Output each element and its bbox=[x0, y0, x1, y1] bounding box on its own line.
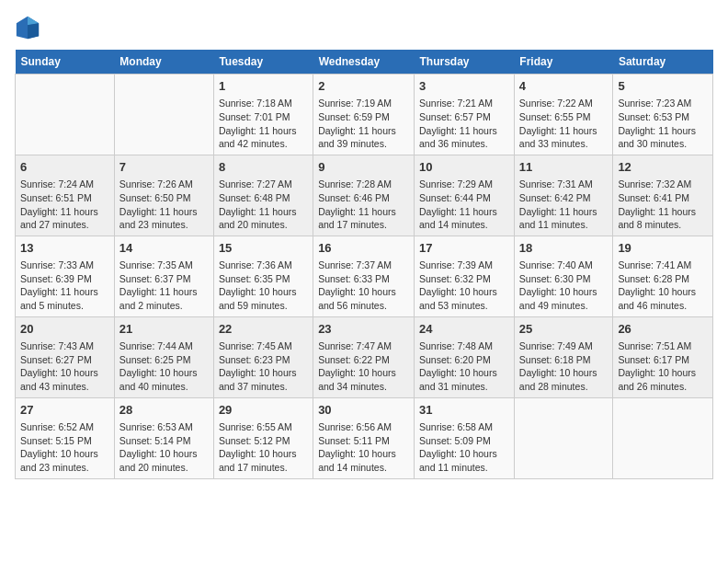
day-info: Sunset: 6:30 PM bbox=[519, 272, 609, 286]
day-info: Sunset: 6:33 PM bbox=[318, 272, 409, 286]
calendar-cell bbox=[514, 397, 613, 478]
day-info: Sunrise: 7:22 AM bbox=[519, 97, 609, 110]
calendar-cell: 12Sunrise: 7:32 AMSunset: 6:41 PMDayligh… bbox=[613, 155, 713, 236]
day-number: 20 bbox=[20, 321, 109, 338]
day-info: Daylight: 11 hours and 33 minutes. bbox=[519, 124, 609, 151]
day-header-monday: Monday bbox=[114, 50, 213, 75]
calendar-cell: 9Sunrise: 7:28 AMSunset: 6:46 PMDaylight… bbox=[313, 155, 415, 236]
day-info: Sunrise: 7:35 AM bbox=[119, 259, 209, 272]
calendar-cell: 2Sunrise: 7:19 AMSunset: 6:59 PMDaylight… bbox=[313, 75, 415, 155]
day-info: Sunrise: 7:51 AM bbox=[618, 339, 708, 353]
day-info: Daylight: 11 hours and 30 minutes. bbox=[618, 124, 708, 151]
day-info: Sunrise: 7:47 AM bbox=[318, 339, 409, 353]
day-info: Sunrise: 7:48 AM bbox=[419, 339, 509, 353]
day-info: Sunrise: 7:18 AM bbox=[219, 97, 308, 110]
day-info: Sunset: 7:01 PM bbox=[219, 110, 308, 124]
day-number: 29 bbox=[219, 402, 308, 419]
day-info: Sunrise: 7:32 AM bbox=[618, 178, 708, 191]
week-row-3: 13Sunrise: 7:33 AMSunset: 6:39 PMDayligh… bbox=[16, 236, 713, 316]
calendar-cell: 6Sunrise: 7:24 AMSunset: 6:51 PMDaylight… bbox=[16, 155, 115, 236]
day-info: Sunrise: 6:52 AM bbox=[20, 420, 109, 434]
calendar-cell: 17Sunrise: 7:39 AMSunset: 6:32 PMDayligh… bbox=[415, 236, 515, 316]
day-info: Daylight: 11 hours and 8 minutes. bbox=[618, 205, 708, 232]
day-number: 27 bbox=[20, 402, 109, 419]
day-info: Sunset: 6:57 PM bbox=[419, 110, 509, 124]
day-info: Sunset: 6:59 PM bbox=[318, 110, 409, 124]
day-info: Sunrise: 6:55 AM bbox=[219, 420, 308, 434]
calendar-cell: 1Sunrise: 7:18 AMSunset: 7:01 PMDaylight… bbox=[213, 75, 313, 155]
day-number: 7 bbox=[119, 159, 209, 176]
day-number: 16 bbox=[318, 240, 409, 257]
day-info: Sunset: 6:27 PM bbox=[20, 353, 109, 367]
day-info: Daylight: 10 hours and 17 minutes. bbox=[219, 447, 308, 474]
calendar-cell: 24Sunrise: 7:48 AMSunset: 6:20 PMDayligh… bbox=[415, 316, 515, 397]
day-info: Sunrise: 7:36 AM bbox=[219, 259, 308, 272]
day-info: Sunrise: 7:49 AM bbox=[519, 339, 609, 353]
day-info: Sunrise: 7:37 AM bbox=[318, 259, 409, 272]
day-info: Daylight: 10 hours and 49 minutes. bbox=[519, 285, 609, 312]
day-info: Sunset: 6:22 PM bbox=[318, 353, 409, 367]
calendar-cell: 15Sunrise: 7:36 AMSunset: 6:35 PMDayligh… bbox=[213, 236, 313, 316]
day-info: Sunset: 6:39 PM bbox=[20, 272, 109, 286]
calendar-cell: 31Sunrise: 6:58 AMSunset: 5:09 PMDayligh… bbox=[415, 397, 515, 478]
day-number: 6 bbox=[20, 159, 109, 176]
day-number: 18 bbox=[519, 240, 609, 257]
day-info: Sunset: 5:12 PM bbox=[219, 434, 308, 448]
week-row-1: 1Sunrise: 7:18 AMSunset: 7:01 PMDaylight… bbox=[16, 75, 713, 155]
day-header-tuesday: Tuesday bbox=[213, 50, 313, 75]
day-info: Daylight: 10 hours and 53 minutes. bbox=[419, 285, 509, 312]
day-info: Sunrise: 7:31 AM bbox=[519, 178, 609, 191]
day-info: Sunset: 6:17 PM bbox=[618, 353, 708, 367]
day-info: Daylight: 10 hours and 20 minutes. bbox=[119, 447, 209, 474]
day-info: Daylight: 11 hours and 42 minutes. bbox=[219, 124, 308, 151]
day-info: Sunrise: 7:40 AM bbox=[519, 259, 609, 272]
calendar-cell: 4Sunrise: 7:22 AMSunset: 6:55 PMDaylight… bbox=[514, 75, 613, 155]
calendar-cell: 20Sunrise: 7:43 AMSunset: 6:27 PMDayligh… bbox=[16, 316, 115, 397]
day-number: 13 bbox=[20, 240, 109, 257]
day-info: Sunset: 6:44 PM bbox=[419, 191, 509, 205]
day-info: Sunrise: 7:21 AM bbox=[419, 97, 509, 110]
day-info: Sunrise: 7:19 AM bbox=[318, 97, 409, 110]
day-info: Sunset: 6:18 PM bbox=[519, 353, 609, 367]
day-info: Daylight: 11 hours and 23 minutes. bbox=[119, 205, 209, 232]
day-number: 26 bbox=[618, 321, 708, 338]
day-info: Sunrise: 7:28 AM bbox=[318, 178, 409, 191]
day-info: Daylight: 10 hours and 14 minutes. bbox=[318, 447, 409, 474]
day-number: 17 bbox=[419, 240, 509, 257]
calendar-cell: 3Sunrise: 7:21 AMSunset: 6:57 PMDaylight… bbox=[415, 75, 515, 155]
calendar-cell: 25Sunrise: 7:49 AMSunset: 6:18 PMDayligh… bbox=[514, 316, 613, 397]
calendar-cell: 11Sunrise: 7:31 AMSunset: 6:42 PMDayligh… bbox=[514, 155, 613, 236]
day-info: Sunrise: 7:44 AM bbox=[119, 339, 209, 353]
day-number: 24 bbox=[419, 321, 509, 338]
calendar-body: 1Sunrise: 7:18 AMSunset: 7:01 PMDaylight… bbox=[16, 75, 713, 479]
day-info: Daylight: 10 hours and 23 minutes. bbox=[20, 447, 109, 474]
calendar-cell: 19Sunrise: 7:41 AMSunset: 6:28 PMDayligh… bbox=[613, 236, 713, 316]
day-info: Sunrise: 7:41 AM bbox=[618, 259, 708, 272]
day-info: Sunset: 6:51 PM bbox=[20, 191, 109, 205]
calendar-cell: 23Sunrise: 7:47 AMSunset: 6:22 PMDayligh… bbox=[313, 316, 415, 397]
logo-icon bbox=[15, 15, 40, 40]
day-info: Daylight: 10 hours and 28 minutes. bbox=[519, 366, 609, 393]
day-number: 8 bbox=[219, 159, 308, 176]
week-row-2: 6Sunrise: 7:24 AMSunset: 6:51 PMDaylight… bbox=[16, 155, 713, 236]
day-info: Daylight: 10 hours and 40 minutes. bbox=[119, 366, 209, 393]
day-number: 9 bbox=[318, 159, 409, 176]
day-number: 31 bbox=[419, 402, 509, 419]
calendar-cell: 18Sunrise: 7:40 AMSunset: 6:30 PMDayligh… bbox=[514, 236, 613, 316]
day-info: Daylight: 11 hours and 14 minutes. bbox=[419, 205, 509, 232]
day-info: Sunset: 6:42 PM bbox=[519, 191, 609, 205]
calendar-cell: 10Sunrise: 7:29 AMSunset: 6:44 PMDayligh… bbox=[415, 155, 515, 236]
calendar-cell: 16Sunrise: 7:37 AMSunset: 6:33 PMDayligh… bbox=[313, 236, 415, 316]
day-info: Sunset: 6:53 PM bbox=[618, 110, 708, 124]
day-info: Sunset: 6:32 PM bbox=[419, 272, 509, 286]
day-info: Sunrise: 7:23 AM bbox=[618, 97, 708, 110]
day-info: Sunset: 5:11 PM bbox=[318, 434, 409, 448]
day-info: Sunrise: 7:29 AM bbox=[419, 178, 509, 191]
day-info: Daylight: 10 hours and 34 minutes. bbox=[318, 366, 409, 393]
day-info: Daylight: 10 hours and 37 minutes. bbox=[219, 366, 308, 393]
calendar-cell: 5Sunrise: 7:23 AMSunset: 6:53 PMDaylight… bbox=[613, 75, 713, 155]
day-info: Sunrise: 6:56 AM bbox=[318, 420, 409, 434]
day-number: 28 bbox=[119, 402, 209, 419]
day-info: Daylight: 10 hours and 43 minutes. bbox=[20, 366, 109, 393]
day-info: Sunrise: 7:45 AM bbox=[219, 339, 308, 353]
